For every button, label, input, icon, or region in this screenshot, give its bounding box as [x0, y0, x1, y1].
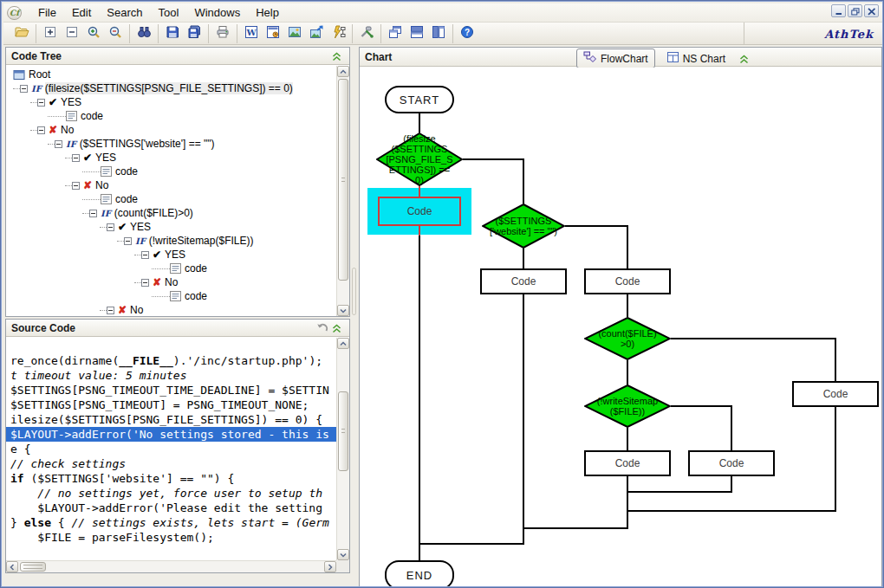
tree-item-label: YES [95, 152, 116, 164]
flow-node-d4[interactable] [584, 384, 671, 428]
brand-text: AthTek [744, 23, 882, 45]
tree-expander[interactable] [72, 182, 80, 190]
tree-expander[interactable] [89, 210, 97, 217]
save-button[interactable] [163, 24, 182, 43]
menu-item-help[interactable]: Help [248, 4, 287, 21]
tree-expander[interactable] [72, 154, 80, 162]
tree-item-yes[interactable]: ✔YES [6, 151, 336, 165]
source-code-editor[interactable]: re_once(dirname(__FILE__).'/inc/startup.… [6, 338, 336, 560]
scrollbar-down-button[interactable] [337, 549, 349, 560]
tree-expander[interactable] [37, 126, 45, 134]
tree-item-if[interactable]: IF(!writeSitemap($FILE)) [6, 234, 336, 248]
flow-node-selected-box[interactable]: Code [378, 197, 461, 226]
scrollbar-thumb[interactable] [20, 562, 46, 572]
cascade-windows-button[interactable] [386, 24, 405, 43]
flow-node-code3[interactable]: Code [584, 268, 671, 294]
flow-node-d3[interactable] [584, 317, 671, 360]
tree-item-if[interactable]: IF($SETTINGS['website'] == "") [6, 137, 336, 151]
menu-item-search[interactable]: Search [99, 4, 150, 21]
tree-item-no[interactable]: ✘No [6, 275, 336, 289]
panel-splitter[interactable] [351, 47, 358, 588]
source-code-collapse-button[interactable] [329, 321, 344, 334]
tree-expander[interactable] [37, 99, 45, 107]
tree-expander[interactable] [141, 279, 149, 287]
scrollbar-down-button[interactable] [337, 305, 349, 316]
flow-node-d1[interactable] [376, 132, 463, 186]
flow-node-code4[interactable]: Code [584, 450, 671, 476]
export-word-button[interactable]: W [242, 24, 261, 43]
tree-item-no[interactable]: ✘No [6, 178, 336, 192]
tree-expander[interactable] [141, 251, 149, 259]
export-visio-button[interactable] [263, 24, 283, 43]
print-button[interactable] [213, 24, 232, 43]
tree-item-no[interactable]: ✘No [6, 123, 336, 137]
tree-item-if[interactable]: IF(filesize($SETTINGS[PSNG_FILE_SETTINGS… [6, 81, 336, 95]
scrollbar-thumb[interactable] [338, 79, 348, 281]
tree-item-code[interactable]: code [6, 262, 336, 275]
flow-node-d2[interactable] [482, 204, 565, 249]
tree-connector [30, 130, 37, 131]
tree-item-yes[interactable]: ✔YES [6, 220, 336, 234]
export-word-icon: W [244, 25, 258, 42]
source-vscrollbar[interactable] [336, 338, 349, 560]
tree-item-label: (filesize($SETTINGS[PSNG_FILE_SETTINGS])… [45, 82, 293, 94]
export-image-button[interactable] [307, 24, 326, 43]
splitter-grip[interactable] [352, 268, 356, 315]
tile-horizontal-button[interactable] [407, 24, 426, 43]
menu-item-windows[interactable]: Windows [186, 4, 248, 21]
scrollbar-up-button[interactable] [337, 338, 349, 349]
tree-item-code[interactable]: code [6, 109, 336, 123]
tab-flowchart[interactable]: FlowChart [576, 48, 655, 68]
tree-item-yes[interactable]: ✔YES [6, 95, 336, 109]
tree-expander[interactable] [124, 237, 132, 245]
scrollbar-up-button[interactable] [337, 66, 349, 77]
open-folder-button[interactable] [12, 24, 31, 43]
menu-item-tool[interactable]: Tool [151, 4, 187, 21]
tile-vertical-button[interactable] [429, 24, 448, 43]
minimize-button[interactable] [831, 4, 846, 17]
code-tree-collapse-button[interactable] [329, 49, 344, 62]
scrollbar-thumb[interactable] [338, 391, 348, 471]
restore-button[interactable] [848, 4, 862, 17]
tab-ns-chart[interactable]: NS Chart [660, 49, 731, 68]
source-hscrollbar[interactable] [6, 560, 336, 572]
zoom-in-button[interactable] [84, 24, 103, 43]
menu-item-file[interactable]: File [30, 4, 64, 21]
flow-node-start[interactable]: START [385, 86, 454, 113]
tree-item-code[interactable]: code [6, 192, 336, 206]
export-flowchart-button[interactable] [328, 24, 348, 43]
expand-button[interactable] [41, 24, 60, 43]
flow-node-end[interactable]: END [385, 560, 454, 587]
flow-node-code6[interactable]: Code [792, 381, 879, 407]
tree-expander[interactable] [20, 85, 28, 93]
tree-expander[interactable] [107, 307, 114, 314]
image-button[interactable] [285, 24, 304, 43]
tree-connector [100, 310, 107, 311]
close-button[interactable] [864, 4, 879, 17]
tree-expander[interactable] [107, 223, 114, 231]
scrollbar-right-button[interactable] [324, 561, 336, 572]
menu-item-edit[interactable]: Edit [64, 4, 99, 21]
tree-item-no[interactable]: ✘No [6, 303, 336, 316]
find-button[interactable] [134, 24, 153, 43]
flow-node-code2[interactable]: Code [480, 268, 567, 294]
help-button[interactable]: ? [458, 24, 477, 43]
save-all-button[interactable] [185, 24, 204, 43]
flow-node-code5[interactable]: Code [688, 450, 775, 476]
tree-item-yes[interactable]: ✔YES [6, 248, 336, 262]
source-code-header: Source Code [6, 320, 349, 337]
if-icon: IF [66, 139, 76, 149]
collapse-button[interactable] [62, 24, 81, 43]
tree-item-code[interactable]: code [6, 289, 336, 303]
tree-item-root[interactable]: Root [6, 68, 336, 81]
undo-button[interactable] [315, 321, 329, 334]
tree-item-if[interactable]: IF(count($FILE)>0) [6, 206, 336, 220]
scrollbar-left-button[interactable] [6, 561, 18, 572]
settings-tools-button[interactable] [357, 24, 376, 43]
tree-expander[interactable] [55, 140, 62, 148]
tree-item-code[interactable]: code [6, 165, 336, 178]
chart-collapse-button[interactable] [737, 52, 751, 65]
cross-icon: ✘ [153, 276, 161, 288]
code-tree-vscrollbar[interactable] [336, 66, 349, 316]
zoom-out-button[interactable] [106, 24, 125, 43]
